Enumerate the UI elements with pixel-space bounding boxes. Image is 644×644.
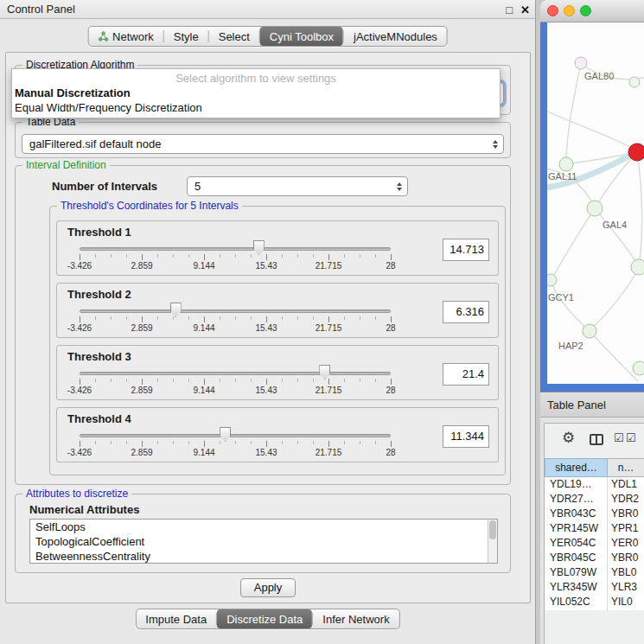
threshold-3-slider[interactable] — [80, 367, 391, 386]
network-node[interactable] — [583, 324, 596, 338]
slider-track[interactable] — [80, 372, 391, 375]
columns-icon[interactable] — [590, 434, 603, 445]
table-row[interactable]: YER054C YER0 — [545, 536, 644, 551]
tab-cyni-toolbox-label: Cyni Toolbox — [270, 30, 334, 43]
table-cell[interactable]: YER054C — [550, 536, 605, 551]
network-node[interactable] — [633, 361, 644, 375]
tab-style[interactable]: Style — [164, 27, 208, 46]
network-node[interactable] — [575, 57, 587, 69]
control-panel-titlebar: Control Panel □ ✕ — [0, 0, 535, 19]
tab-infer-network[interactable]: Infer Network — [313, 609, 399, 628]
scale-tick-label: 28 — [372, 386, 410, 395]
interval-definition-group: Interval Definition Number of Intervals … — [15, 165, 511, 485]
threshold-2-slider[interactable] — [80, 304, 391, 323]
tab-network[interactable]: Network — [88, 27, 163, 46]
table-row[interactable]: YIL052C YIL0 — [545, 595, 644, 609]
tab-network-label: Network — [112, 30, 154, 43]
network-node[interactable] — [587, 201, 603, 216]
table-data-combobox[interactable]: galFiltered.sif default node — [22, 134, 504, 154]
table-cell[interactable]: YDR2 — [611, 492, 644, 507]
column-header-name[interactable]: n… — [608, 458, 644, 477]
menu-item-equal-width-frequency[interactable]: Equal Width/Frequency Discretization — [12, 100, 500, 115]
tab-impute-data[interactable]: Impute Data — [136, 609, 216, 628]
tab-discretize-data[interactable]: Discretize Data — [217, 609, 312, 628]
float-window-icon[interactable]: □ — [506, 1, 513, 19]
scale-tick-label: 21.715 — [309, 386, 348, 395]
interval-definition-group-title: Interval Definition — [22, 159, 110, 171]
close-icon[interactable]: ✕ — [520, 1, 530, 19]
table-row[interactable]: YBL079W YBL0 — [545, 565, 644, 580]
checkbox-icon[interactable]: ☑ — [626, 431, 636, 444]
slider-thumb[interactable] — [170, 303, 182, 317]
table-cell[interactable]: YBR045C — [550, 551, 605, 565]
zoom-window-button[interactable] — [580, 5, 591, 16]
slider-thumb[interactable] — [319, 365, 330, 379]
table-cell[interactable]: YBL079W — [550, 565, 605, 580]
slider-thumb[interactable] — [220, 427, 231, 442]
table-cell[interactable]: YER0 — [611, 536, 644, 551]
list-item[interactable]: SelfLoops — [30, 520, 497, 534]
threshold-1-slider[interactable] — [80, 242, 391, 261]
apply-button[interactable]: Apply — [240, 578, 296, 597]
combo-spinner-icon[interactable] — [397, 182, 402, 191]
list-item[interactable]: TopologicalCoefficient — [30, 534, 497, 549]
minimize-window-button[interactable] — [564, 5, 575, 16]
network-node-selected[interactable] — [628, 143, 644, 161]
scale-tick-label: 2.859 — [123, 448, 161, 457]
table-header-row: shared… n… — [545, 458, 644, 477]
scrollbar-thumb[interactable] — [489, 520, 496, 539]
table-cell[interactable]: YDL19… — [550, 477, 605, 492]
threshold-3-value-field[interactable]: 21.4 — [443, 363, 489, 386]
network-node[interactable] — [559, 157, 573, 171]
network-node[interactable] — [629, 77, 640, 87]
table-row[interactable]: YBR043C YBR0 — [545, 507, 644, 521]
slider-track[interactable] — [80, 434, 391, 437]
table-cell[interactable]: YPR1 — [611, 521, 644, 536]
table-row[interactable]: YLR345W YLR3 — [545, 580, 644, 595]
table-cell[interactable]: YLR3 — [611, 580, 644, 595]
bottom-tab-bar: Impute Data Discretize Data Infer Networ… — [135, 609, 399, 629]
threshold-4-panel: Threshold 4 -3.426 2.859 9.144 15.43 21.… — [56, 407, 499, 462]
slider-track[interactable] — [80, 247, 391, 251]
table-row[interactable]: YDL19… YDL1 — [545, 477, 644, 492]
network-node[interactable] — [631, 259, 644, 275]
screen: Control Panel □ ✕ Network Style Select — [0, 0, 644, 644]
table-cell[interactable]: YDR27… — [550, 492, 605, 507]
tab-cyni-toolbox[interactable]: Cyni Toolbox — [260, 27, 343, 46]
table-row[interactable]: YBR045C YBR0 — [545, 551, 644, 565]
column-header-shared-name[interactable]: shared… — [545, 458, 608, 477]
tab-select[interactable]: Select — [209, 27, 259, 46]
table-row[interactable]: YDR27… YDR2 — [545, 492, 644, 507]
threshold-4-label: Threshold 4 — [67, 412, 131, 425]
scale-tick-label: 28 — [372, 323, 410, 333]
number-of-intervals-combobox[interactable]: 5 — [187, 176, 408, 196]
table-cell[interactable]: YDL1 — [611, 477, 644, 492]
table-cell[interactable]: YIL0 — [611, 595, 644, 609]
slider-track[interactable] — [80, 309, 391, 313]
close-window-button[interactable] — [547, 5, 558, 16]
checkbox-icon[interactable]: ☑ — [614, 431, 624, 444]
table-cell[interactable]: YBR0 — [611, 551, 644, 565]
table-cell[interactable]: YBL0 — [611, 565, 644, 580]
table-cell[interactable]: YPR145W — [550, 521, 605, 536]
network-canvas[interactable]: GAL80 GAL11 GAL4 GCY1 HAP2 — [547, 22, 644, 384]
tab-jactivemnodules[interactable]: jActiveMNodules — [344, 27, 447, 46]
threshold-4-slider[interactable] — [80, 429, 391, 448]
threshold-4-value-field[interactable]: 11.344 — [443, 425, 489, 448]
menu-item-manual-discretization[interactable]: Manual Discretization — [12, 86, 500, 100]
table-cell[interactable]: YIL052C — [550, 595, 605, 609]
list-scrollbar[interactable] — [488, 520, 497, 563]
threshold-2-value-field[interactable]: 6.316 — [443, 301, 489, 323]
list-item[interactable]: BetweennessCentrality — [30, 549, 497, 564]
network-node[interactable] — [547, 274, 557, 286]
table-cell[interactable]: YBR043C — [550, 507, 605, 521]
table-row[interactable]: YPR145W YPR1 — [545, 521, 644, 536]
combo-spinner-icon[interactable] — [493, 140, 498, 149]
table-cell[interactable]: YLR345W — [550, 580, 605, 595]
gear-icon[interactable]: ⚙ — [562, 430, 575, 447]
slider-thumb[interactable] — [253, 240, 265, 255]
threshold-1-value-field[interactable]: 14.713 — [443, 239, 489, 261]
threshold-3-label: Threshold 3 — [67, 350, 131, 363]
threshold-2-panel: Threshold 2 -3.426 2.859 9.144 15.43 21.… — [56, 283, 499, 338]
table-cell[interactable]: YBR0 — [611, 507, 644, 521]
